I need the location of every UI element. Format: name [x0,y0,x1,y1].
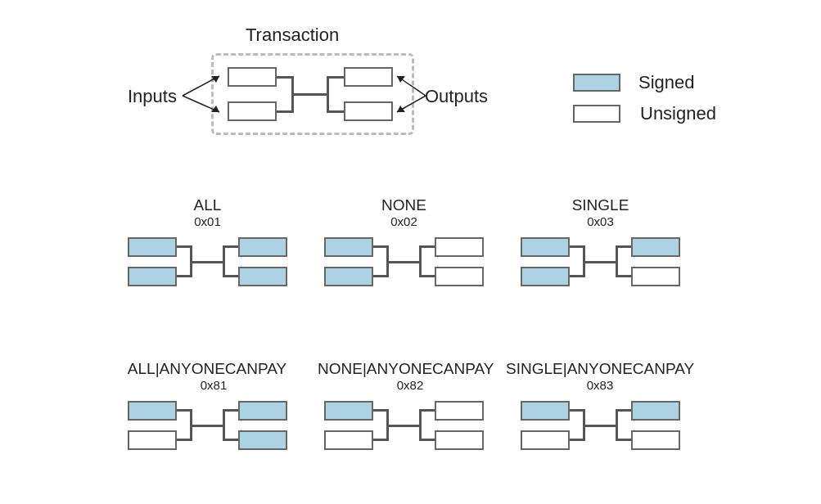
all-in1 [128,237,177,257]
none-in1 [324,237,373,257]
none-acp-out1 [435,401,484,421]
sighash-all-acp: ALL|ANYONECANPAY 0x81 [128,360,300,466]
none-out1 [435,237,484,257]
none-acp-in2 [324,430,373,450]
sighash-single: SINGLE 0x03 [521,196,680,303]
sighash-none-acp-name: NONE|ANYONECANPAY [318,360,489,378]
sighash-none-name: NONE [324,196,484,214]
single-out1 [631,237,680,257]
all-acp-in1 [128,401,177,421]
legend-unsigned-swatch [573,105,620,123]
legend-signed-label: Signed [638,72,695,93]
sighash-none: NONE 0x02 [324,196,484,303]
transaction-label: Transaction [246,25,339,46]
legend-signed-swatch [573,74,620,92]
sighash-all-code: 0x01 [128,214,287,228]
sighash-none-acp: NONE|ANYONECANPAY 0x82 [324,360,496,466]
all-acp-out2 [238,430,287,450]
inputs-arrows [178,61,228,127]
sighash-all-acp-name: ALL|ANYONECANPAY [121,360,293,378]
none-out2 [435,267,484,286]
single-in1 [521,237,570,257]
sighash-single-acp: SINGLE|ANYONECANPAY 0x83 [521,360,709,466]
tx-input-2 [228,101,277,121]
sighash-all-acp-code: 0x81 [128,378,300,392]
outputs-arrows [393,61,442,127]
sighash-single-acp-code: 0x83 [506,378,694,392]
sighash-single-name: SINGLE [521,196,680,214]
none-in2 [324,267,373,286]
all-acp-in2 [128,430,177,450]
sighash-none-code: 0x02 [324,214,484,228]
all-out2 [238,267,287,286]
tx-input-1 [228,67,277,87]
single-acp-in1 [521,401,570,421]
sighash-single-code: 0x03 [521,214,680,228]
sighash-none-acp-code: 0x82 [324,378,496,392]
all-acp-out1 [238,401,287,421]
single-acp-out2 [631,430,680,450]
single-acp-out1 [631,401,680,421]
tx-output-2 [344,101,393,121]
single-out2 [631,267,680,286]
legend-unsigned-label: Unsigned [640,103,716,124]
inputs-label: Inputs [128,86,177,107]
none-acp-in1 [324,401,373,421]
all-in2 [128,267,177,286]
sighash-all-name: ALL [128,196,287,214]
none-acp-out2 [435,430,484,450]
tx-output-1 [344,67,393,87]
single-in2 [521,267,570,286]
sighash-all: ALL 0x01 [128,196,287,303]
all-out1 [238,237,287,257]
single-acp-in2 [521,430,570,450]
sighash-single-acp-name: SINGLE|ANYONECANPAY [506,360,694,378]
svg-marker-5 [397,76,405,83]
